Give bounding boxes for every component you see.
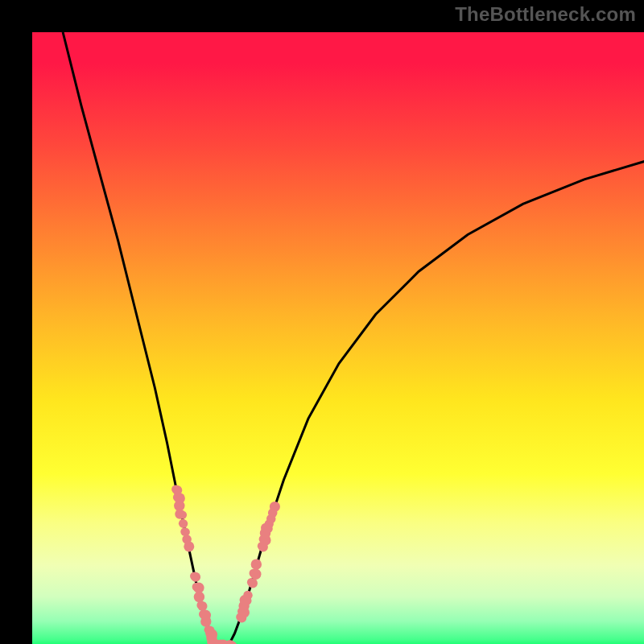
frame-left — [0, 0, 32, 644]
gradient-plot-area — [32, 32, 644, 644]
watermark-label: TheBottleneck.com — [455, 3, 636, 26]
chart-root: TheBottleneck.com — [0, 0, 644, 644]
